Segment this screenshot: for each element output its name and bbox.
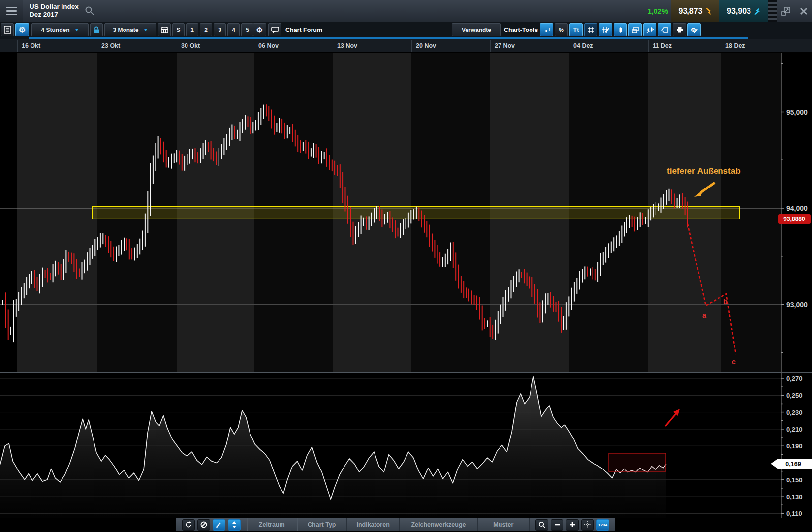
price-bar [266,104,267,116]
speed-button-5[interactable]: 5 [241,23,253,36]
price-bar [295,130,296,147]
price-bar [355,226,356,244]
indicator-tick-label: 0,250 [786,392,803,399]
price-bar [63,259,64,280]
expand-button[interactable] [779,4,793,19]
text-size-icon: Tt [573,27,579,33]
hamburger-icon [6,10,17,12]
interval-dropdown[interactable]: 4 Stunden ▼ [31,23,89,36]
text-size-button[interactable]: Tt [569,23,583,36]
speed-button-2[interactable]: 2 [200,23,212,36]
order-ticket-button[interactable] [1,23,14,36]
price-bar [479,297,480,319]
price-bar [47,268,48,282]
buy-price-button[interactable]: 93,903 [719,0,768,22]
print-button[interactable] [673,23,686,36]
speed-button-3[interactable]: 3 [214,23,226,36]
price-bar [645,217,646,224]
bottom-strip: Zeitraum Chart Typ Indikatoren Zeichenwe… [0,518,812,532]
price-bar [511,280,512,299]
price-bar [211,141,212,160]
zoom-out-button[interactable] [551,519,563,531]
collapse-panel-button[interactable] [540,23,553,36]
pattern-button[interactable] [643,23,656,36]
price-bar [369,216,370,230]
gear-icon: ⚙ [256,26,263,34]
date-label: 23 Okt [101,42,120,49]
close-button[interactable] [796,4,811,19]
menu-indikatoren[interactable]: Indikatoren [346,518,399,531]
grid-button[interactable] [584,23,597,36]
draw-button[interactable] [213,519,225,531]
range-dropdown[interactable]: 3 Monate ▼ [104,23,156,36]
price-bar [324,152,325,159]
tag-button[interactable] [658,23,671,36]
refresh-button[interactable] [182,519,195,531]
price-bar [445,254,446,267]
sell-price-button[interactable]: 93,873 [671,0,719,22]
date-axis[interactable]: 16 Okt23 Okt30 Okt06 Nov13 Nov20 Nov27 N… [0,39,812,53]
draw-icon [215,521,223,529]
grid-edit-button[interactable] [599,23,612,36]
price-bar [216,152,217,165]
menu-zeichenwerkzeuge[interactable]: Zeichenwerkzeuge [399,518,477,531]
numbers-button[interactable]: 1234 [596,519,609,531]
price-bar [584,266,585,279]
price-tick-label: 95,000 [786,108,808,116]
price-bar [568,296,569,316]
price-bar [155,143,156,171]
price-bar [408,213,409,228]
price-bar [240,122,241,141]
chart-canvas[interactable]: abctieferer Außenstab95,00094,00093,0000… [0,0,812,532]
price-bar [134,248,135,261]
week-separator [254,40,254,52]
price-bar [571,288,572,310]
price-bar [363,218,364,226]
calendar-button[interactable] [158,23,171,36]
speed-button-1[interactable]: 1 [186,23,198,36]
lock-button[interactable] [90,23,103,36]
speed-button-4[interactable]: 4 [227,23,240,36]
window-header: US Dollar IndexDez 2017 1,02% 93,873 93,… [0,0,812,23]
price-bar [305,140,306,153]
price-bar [284,123,285,139]
menu-zeitraum[interactable]: Zeitraum [247,518,297,531]
disable-button[interactable] [197,519,210,531]
price-bar [516,272,517,287]
price-bar [403,219,404,235]
verwandte-button[interactable]: Verwandte [452,23,501,36]
price-bar [87,252,88,271]
settings-button[interactable]: ⚙ [15,23,29,36]
crosshair-button[interactable] [581,519,594,531]
menu-button[interactable] [0,0,23,22]
percent-button[interactable]: % [555,23,568,36]
price-bar [213,148,214,161]
chart-settings-button[interactable]: ⚙ [253,23,266,36]
search-icon[interactable] [85,6,94,18]
chat-button[interactable] [268,23,281,36]
price-bar [648,209,649,227]
price-bar [271,110,272,129]
menu-muster[interactable]: Muster [477,518,529,531]
windows-button[interactable] [628,23,642,36]
speed-button-s[interactable]: S [172,23,185,36]
chart-forum-link[interactable]: Chart Forum [285,23,322,36]
menu-chart-typ[interactable]: Chart Typ [297,518,347,531]
projection-label-a: a [702,312,706,319]
price-bar [642,213,643,225]
price-bar [650,207,651,220]
chart-settings-button[interactable]: ⚙ [687,23,701,36]
candlestick-button[interactable] [614,23,627,36]
zoom-in-button[interactable] [566,519,579,531]
sort-button[interactable] [228,519,241,531]
price-bar [234,126,235,139]
chevron-down-icon: ▼ [75,28,79,32]
price-bar [45,270,46,278]
panel-drag-handle[interactable] [768,0,777,22]
price-bar [619,231,620,246]
price-bar [174,153,175,163]
zoom-button[interactable] [535,519,548,531]
price-bar [640,212,641,227]
date-label: 04 Dez [573,42,593,49]
price-bar [600,253,601,276]
